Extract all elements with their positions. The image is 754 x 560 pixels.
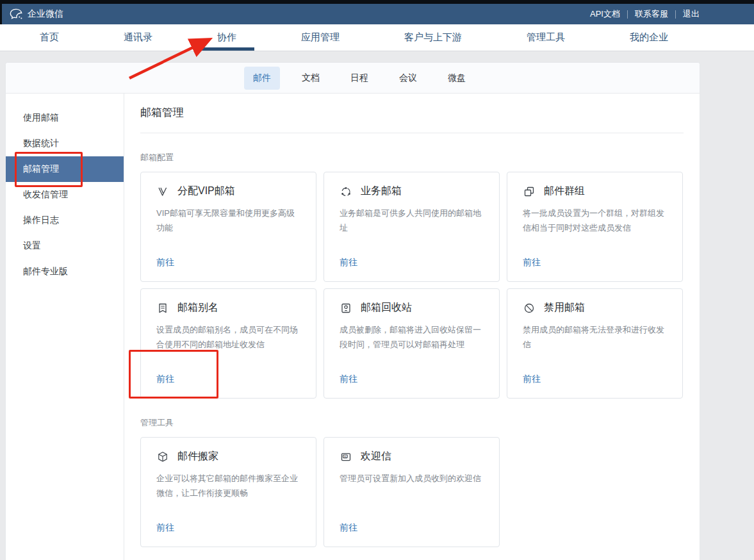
- card-title: 欢迎信: [361, 450, 391, 463]
- feature-card: 欢迎信 管理员可设置新加入成员收到的欢迎信 前往: [324, 437, 500, 547]
- section-label-admin-tools: 管理工具: [140, 417, 684, 429]
- admin-tools-card-grid: 邮件搬家 企业可以将其它邮箱的邮件搬家至企业微信，让工作衔接更顺畅 前往 欢迎信…: [140, 437, 684, 547]
- card-title: 分配VIP邮箱: [177, 185, 235, 198]
- nav-tab[interactable]: 管理工具: [527, 24, 565, 51]
- go-link[interactable]: 前往: [523, 374, 541, 385]
- nav-tab[interactable]: 应用管理: [301, 24, 340, 51]
- page-title: 邮箱管理: [140, 94, 684, 133]
- divider: [675, 10, 676, 19]
- app-header: 企业微信 API文档 联系客服 退出: [0, 4, 754, 24]
- card-title: 邮件搬家: [177, 450, 218, 463]
- feature-card: 邮件群组 将一批成员设置为一个群组，对群组发信相当于同时对这些成员发信 前往: [507, 172, 683, 282]
- card-head: 业务邮箱: [340, 185, 484, 198]
- card-icon: [156, 185, 169, 198]
- subnav-tab[interactable]: 邮件: [244, 67, 280, 90]
- subnav-tab[interactable]: 日程: [341, 67, 377, 90]
- brand[interactable]: 企业微信: [10, 8, 63, 20]
- sidebar-item[interactable]: 收发信管理: [6, 182, 124, 208]
- card-head: 邮件群组: [523, 185, 667, 198]
- card-head: 欢迎信: [340, 450, 484, 463]
- feature-card: 业务邮箱 业务邮箱是可供多人共同使用的邮箱地址 前往: [324, 172, 500, 282]
- sidebar-item[interactable]: 操作日志: [6, 208, 124, 233]
- feature-card: 邮件搬家 企业可以将其它邮箱的邮件搬家至企业微信，让工作衔接更顺畅 前往: [140, 437, 316, 547]
- card-description: 设置成员的邮箱别名，成员可在不同场合使用不同的邮箱地址收发信: [156, 323, 300, 352]
- card-icon: [523, 185, 536, 198]
- card-head: 邮件搬家: [156, 450, 300, 463]
- card-description: VIP邮箱可享无限容量和使用更多高级功能: [156, 206, 300, 236]
- subnav-tab[interactable]: 微盘: [439, 67, 475, 90]
- wechat-work-logo-icon: [10, 8, 23, 20]
- card-description: 管理员可设置新加入成员收到的欢迎信: [340, 472, 484, 486]
- section-label-mail-config: 邮箱配置: [140, 152, 684, 163]
- go-link[interactable]: 前往: [340, 522, 357, 534]
- main-content: 邮箱管理 邮箱配置 分配VIP邮箱 VIP邮箱可享无限容量和使用更多高级功能 前…: [124, 94, 700, 560]
- card-head: 禁用邮箱: [523, 301, 667, 315]
- mail-sidebar: 使用邮箱数据统计邮箱管理收发信管理操作日志设置邮件专业版: [6, 94, 124, 560]
- subnav-tab[interactable]: 文档: [293, 67, 329, 90]
- subnav-tab[interactable]: 会议: [390, 67, 426, 90]
- panel-body: 使用邮箱数据统计邮箱管理收发信管理操作日志设置邮件专业版 邮箱管理 邮箱配置 分…: [6, 94, 700, 560]
- go-link[interactable]: 前往: [523, 257, 541, 268]
- brand-name: 企业微信: [28, 8, 63, 20]
- card-description: 企业可以将其它邮箱的邮件搬家至企业微信，让工作衔接更顺畅: [156, 472, 300, 501]
- card-icon: [340, 450, 352, 463]
- card-icon: [523, 302, 536, 315]
- header-link-contact-support[interactable]: 联系客服: [635, 8, 668, 20]
- go-link[interactable]: 前往: [156, 257, 174, 268]
- header-link-logout[interactable]: 退出: [683, 8, 700, 20]
- card-title: 业务邮箱: [361, 185, 402, 198]
- card-icon: [340, 302, 352, 315]
- card-description: 成员被删除，邮箱将进入回收站保留一段时间，管理员可以对邮箱再处理: [340, 323, 484, 352]
- header-links: API文档 联系客服 退出: [590, 8, 700, 20]
- card-icon: [340, 185, 352, 198]
- card-head: 分配VIP邮箱: [156, 185, 300, 198]
- card-description: 业务邮箱是可供多人共同使用的邮箱地址: [340, 206, 484, 236]
- go-link[interactable]: 前往: [340, 257, 357, 268]
- nav-tab[interactable]: 协作: [217, 24, 236, 51]
- sidebar-item[interactable]: 邮件专业版: [6, 259, 124, 284]
- mail-config-card-grid: 分配VIP邮箱 VIP邮箱可享无限容量和使用更多高级功能 前往 业务邮箱 业务邮…: [140, 172, 684, 399]
- card-head: 邮箱别名: [156, 301, 300, 315]
- header-link-api-docs[interactable]: API文档: [590, 8, 620, 20]
- go-link[interactable]: 前往: [156, 374, 174, 385]
- sidebar-item[interactable]: 邮箱管理: [6, 156, 124, 182]
- nav-tab[interactable]: 客户与上下游: [404, 24, 462, 51]
- content-panel: 邮件文档日程会议微盘 使用邮箱数据统计邮箱管理收发信管理操作日志设置邮件专业版 …: [5, 62, 700, 560]
- feature-card: 禁用邮箱 禁用成员的邮箱将无法登录和进行收发信 前往: [507, 288, 683, 399]
- card-icon: [156, 302, 169, 315]
- card-description: 将一批成员设置为一个群组，对群组发信相当于同时对这些成员发信: [523, 206, 667, 236]
- card-description: 禁用成员的邮箱将无法登录和进行收发信: [523, 323, 667, 352]
- go-link[interactable]: 前往: [156, 522, 174, 534]
- nav-tab[interactable]: 首页: [40, 24, 59, 51]
- card-title: 邮箱别名: [177, 301, 218, 315]
- card-title: 禁用邮箱: [544, 301, 585, 315]
- sidebar-item[interactable]: 使用邮箱: [6, 105, 124, 131]
- feature-card: 邮箱别名 设置成员的邮箱别名，成员可在不同场合使用不同的邮箱地址收发信 前往: [140, 288, 316, 399]
- feature-card: 分配VIP邮箱 VIP邮箱可享无限容量和使用更多高级功能 前往: [140, 172, 316, 282]
- sidebar-item[interactable]: 数据统计: [6, 131, 124, 156]
- nav-tab[interactable]: 通讯录: [124, 24, 152, 51]
- card-head: 邮箱回收站: [340, 301, 484, 315]
- card-title: 邮箱回收站: [361, 301, 412, 315]
- card-icon: [156, 450, 169, 463]
- sidebar-item[interactable]: 设置: [6, 233, 124, 259]
- card-title: 邮件群组: [544, 185, 585, 198]
- feature-card: 邮箱回收站 成员被删除，邮箱将进入回收站保留一段时间，管理员可以对邮箱再处理 前…: [324, 288, 500, 399]
- primary-nav: 首页通讯录协作应用管理客户与上下游管理工具我的企业: [0, 24, 754, 51]
- divider: [627, 10, 628, 19]
- nav-tab[interactable]: 我的企业: [630, 24, 668, 51]
- go-link[interactable]: 前往: [340, 374, 357, 385]
- collaboration-subnav: 邮件文档日程会议微盘: [6, 63, 700, 94]
